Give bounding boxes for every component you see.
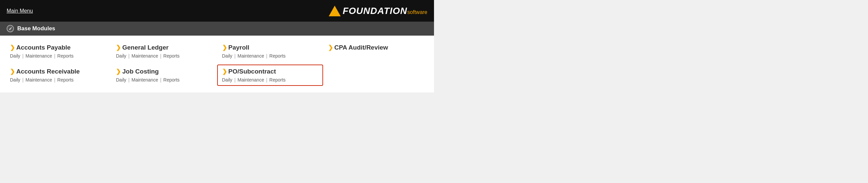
accounts-receivable-maintenance-link[interactable]: Maintenance xyxy=(26,77,52,82)
separator: | xyxy=(54,77,56,82)
payroll-daily-link[interactable]: Daily xyxy=(222,53,232,58)
logo-software-text: software xyxy=(407,9,427,15)
modules-row-2: ❯ Accounts Receivable Daily | Maintenanc… xyxy=(0,64,434,86)
logo: FOUNDATIONsoftware xyxy=(329,6,427,16)
modules-row-1: ❯ Accounts Payable Daily | Maintenance |… xyxy=(0,41,434,62)
separator: | xyxy=(266,53,267,58)
content-area: Base Modules ❯ Accounts Payable Daily | … xyxy=(0,22,434,93)
module-payroll-links: Daily | Maintenance | Reports xyxy=(222,53,318,58)
module-accounts-payable-title[interactable]: ❯ Accounts Payable xyxy=(10,44,106,51)
module-cpa-audit-review: ❯ CPA Audit/Review xyxy=(323,41,429,62)
separator: | xyxy=(160,77,161,82)
separator: | xyxy=(235,77,236,82)
module-general-ledger-title[interactable]: ❯ General Ledger xyxy=(116,44,212,51)
module-general-ledger-links: Daily | Maintenance | Reports xyxy=(116,53,212,58)
module-job-costing-links: Daily | Maintenance | Reports xyxy=(116,77,212,82)
accounts-receivable-daily-link[interactable]: Daily xyxy=(10,77,20,82)
payroll-reports-link[interactable]: Reports xyxy=(269,53,285,58)
separator: | xyxy=(22,77,24,82)
separator: | xyxy=(266,77,267,82)
module-accounts-receivable-links: Daily | Maintenance | Reports xyxy=(10,77,106,82)
arrow-icon: ❯ xyxy=(222,44,227,51)
po-subcontract-daily-link[interactable]: Daily xyxy=(222,77,232,82)
job-costing-daily-link[interactable]: Daily xyxy=(116,77,126,82)
module-po-subcontract-title[interactable]: ❯ PO/Subcontract xyxy=(222,68,318,75)
module-accounts-receivable: ❯ Accounts Receivable Daily | Maintenanc… xyxy=(5,64,111,86)
arrow-icon: ❯ xyxy=(116,44,121,51)
module-accounts-payable-links: Daily | Maintenance | Reports xyxy=(10,53,106,58)
module-job-costing-title[interactable]: ❯ Job Costing xyxy=(116,68,212,75)
arrow-icon: ❯ xyxy=(116,68,121,75)
module-empty-col4 xyxy=(323,64,429,86)
main-menu-link[interactable]: Main Menu xyxy=(7,8,33,14)
general-ledger-maintenance-link[interactable]: Maintenance xyxy=(131,53,158,58)
separator: | xyxy=(160,53,161,58)
module-accounts-receivable-title[interactable]: ❯ Accounts Receivable xyxy=(10,68,106,75)
separator: | xyxy=(128,77,129,82)
logo-triangle-icon xyxy=(329,6,341,16)
arrow-icon: ❯ xyxy=(10,68,15,75)
po-subcontract-reports-link[interactable]: Reports xyxy=(269,77,285,82)
general-ledger-daily-link[interactable]: Daily xyxy=(116,53,126,58)
payroll-maintenance-link[interactable]: Maintenance xyxy=(238,53,264,58)
accounts-payable-reports-link[interactable]: Reports xyxy=(57,53,74,58)
module-general-ledger: ❯ General Ledger Daily | Maintenance | R… xyxy=(111,41,217,62)
module-payroll-title[interactable]: ❯ Payroll xyxy=(222,44,318,51)
module-po-subcontract: ❯ PO/Subcontract Daily | Maintenance | R… xyxy=(217,64,323,86)
module-payroll: ❯ Payroll Daily | Maintenance | Reports xyxy=(217,41,323,62)
separator: | xyxy=(128,53,129,58)
accounts-payable-daily-link[interactable]: Daily xyxy=(10,53,20,58)
module-accounts-payable: ❯ Accounts Payable Daily | Maintenance |… xyxy=(5,41,111,62)
separator: | xyxy=(22,53,24,58)
po-subcontract-maintenance-link[interactable]: Maintenance xyxy=(238,77,264,82)
separator: | xyxy=(235,53,236,58)
logo-wordmark: FOUNDATIONsoftware xyxy=(343,6,427,16)
header: Main Menu FOUNDATIONsoftware xyxy=(0,0,434,22)
arrow-icon: ❯ xyxy=(10,44,15,51)
module-cpa-audit-review-title[interactable]: ❯ CPA Audit/Review xyxy=(328,44,424,51)
section-header: Base Modules xyxy=(0,22,434,35)
separator: | xyxy=(54,53,56,58)
job-costing-reports-link[interactable]: Reports xyxy=(163,77,180,82)
section-title: Base Modules xyxy=(17,25,55,32)
logo-foundation-text: FOUNDATION xyxy=(343,6,407,16)
job-costing-maintenance-link[interactable]: Maintenance xyxy=(131,77,158,82)
check-circle-icon xyxy=(7,25,14,32)
accounts-payable-maintenance-link[interactable]: Maintenance xyxy=(26,53,52,58)
arrow-icon: ❯ xyxy=(328,44,333,51)
accounts-receivable-reports-link[interactable]: Reports xyxy=(57,77,74,82)
general-ledger-reports-link[interactable]: Reports xyxy=(163,53,180,58)
arrow-icon: ❯ xyxy=(222,68,227,75)
module-po-subcontract-links: Daily | Maintenance | Reports xyxy=(222,77,318,82)
module-job-costing: ❯ Job Costing Daily | Maintenance | Repo… xyxy=(111,64,217,86)
